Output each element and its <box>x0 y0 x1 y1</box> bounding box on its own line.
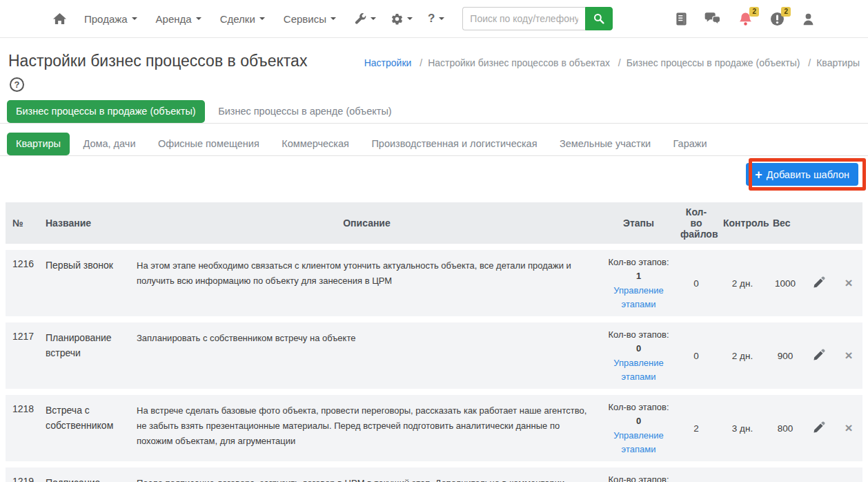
toolbar: + Добавить шаблон <box>0 156 868 196</box>
row-files-count: 0 <box>675 467 718 482</box>
row-stages: Кол-во этапов: 0 Управление этапами <box>602 395 675 461</box>
chevron-down-icon <box>132 17 137 20</box>
nav-menu-item[interactable]: Аренда <box>156 13 201 25</box>
row-weight: 1000 <box>767 250 803 316</box>
col-control: Контроль <box>718 202 767 244</box>
stages-count-value: 0 <box>636 343 641 354</box>
secondary-tab[interactable]: Производственная и логистическая <box>362 133 546 155</box>
alerts-badge: 2 <box>781 7 791 17</box>
row-files-count: 0 <box>675 322 718 389</box>
table-row: 1217 Планирование встречи Запланировать … <box>6 322 862 389</box>
row-description: На встрече сделать базовые фото объекта,… <box>131 395 602 461</box>
secondary-tab[interactable]: Коммерческая <box>273 133 358 155</box>
row-number: 1219 <box>6 467 40 482</box>
notifications-badge: 2 <box>749 7 759 17</box>
breadcrumb-item: Настройки бизнес процессов в объектах <box>414 57 610 68</box>
primary-tab[interactable]: Бизнес процессы в продаже (объекты) <box>7 100 205 123</box>
row-stages: Кол-во этапов: 0 Управление этапами <box>602 467 675 482</box>
tools-menu[interactable] <box>355 13 376 25</box>
process-templates-table: № Название Описание Этапы Кол-во файлов … <box>6 196 862 482</box>
stages-count-value: 1 <box>636 271 641 281</box>
row-control: 2 дн. <box>718 250 767 316</box>
nav-menu-item[interactable]: Сделки <box>220 13 265 25</box>
breadcrumb-item: Бизнес процессы в продаже (объекты) <box>613 57 800 68</box>
table-row: 1218 Встреча с собственником На встрече … <box>6 395 862 461</box>
col-edit <box>803 202 835 244</box>
page-title: Настройки бизнес процессов в объектах <box>8 52 307 70</box>
col-delete <box>835 202 862 244</box>
col-stages: Этапы <box>602 202 675 244</box>
row-weight: 900 <box>767 322 803 389</box>
row-number: 1216 <box>6 250 40 316</box>
help-menu[interactable]: ? <box>428 12 444 26</box>
chevron-down-icon <box>259 17 265 20</box>
row-files-count: 0 <box>675 250 718 316</box>
secondary-tab[interactable]: Гаражи <box>664 133 716 155</box>
nav-menu-label: Сервисы <box>284 13 326 25</box>
col-description: Описание <box>131 202 602 244</box>
search-button[interactable] <box>585 7 613 30</box>
secondary-tab[interactable]: Дома, дачи <box>74 133 144 155</box>
row-name: Планирование встречи <box>40 322 131 389</box>
nav-menu-item[interactable]: Продажа <box>84 13 137 25</box>
manage-stages-link[interactable]: Управление этапами <box>606 284 671 311</box>
breadcrumb-item[interactable]: Настройки <box>364 57 412 68</box>
manage-stages-link[interactable]: Управление этапами <box>606 356 671 383</box>
chevron-down-icon <box>407 17 413 20</box>
row-description: Запланировать с собственником встречу на… <box>131 322 602 389</box>
table-header-row: № Название Описание Этапы Кол-во файлов … <box>6 202 862 244</box>
table-row: 1216 Первый звонок На этом этапе необход… <box>6 250 862 316</box>
edit-icon[interactable] <box>813 349 825 363</box>
secondary-tab[interactable]: Квартиры <box>7 133 70 155</box>
stages-count-label: Кол-во этапов: <box>608 402 669 412</box>
user-icon[interactable] <box>802 12 815 26</box>
row-control: 2 дн. <box>718 322 767 389</box>
row-weight: 800 <box>767 395 803 461</box>
journal-icon[interactable] <box>675 12 687 26</box>
table-row: 1219 Подписание эксклюзива После подписа… <box>6 467 862 482</box>
chevron-down-icon <box>371 17 376 20</box>
row-files-count: 2 <box>675 395 718 461</box>
col-name: Название <box>40 202 131 244</box>
home-icon[interactable] <box>53 13 66 25</box>
row-number: 1218 <box>6 395 40 461</box>
primary-tab[interactable]: Бизнес процессы в аренде (объекты) <box>209 100 400 123</box>
secondary-tabs: Квартиры Дома, дачи Офисные помещения Ко… <box>0 133 868 156</box>
help-icon[interactable]: ? <box>10 77 24 92</box>
chat-icon[interactable] <box>704 12 721 26</box>
primary-tabs: Бизнес процессы в продаже (объекты) Бизн… <box>0 100 868 124</box>
top-navbar: Продажа Аренда Сделки Сервисы <box>0 0 868 38</box>
question-icon: ? <box>428 12 435 26</box>
stages-count-label: Кол-во этапов: <box>608 329 669 340</box>
edit-icon[interactable] <box>813 421 825 436</box>
delete-icon[interactable]: × <box>845 421 852 435</box>
nav-menu-label: Аренда <box>156 13 192 25</box>
row-stages: Кол-во этапов: 0 Управление этапами <box>602 322 675 389</box>
search-box <box>462 7 613 30</box>
row-control: 3 дн. <box>718 467 767 482</box>
row-stages: Кол-во этапов: 1 Управление этапами <box>602 250 675 316</box>
breadcrumb-item: Квартиры <box>802 57 860 68</box>
add-template-button[interactable]: + Добавить шаблон <box>746 163 858 186</box>
chevron-down-icon <box>439 17 444 20</box>
chevron-down-icon <box>196 17 201 20</box>
manage-stages-link[interactable]: Управление этапами <box>606 429 671 456</box>
edit-icon[interactable] <box>813 276 825 291</box>
row-control: 3 дн. <box>718 395 767 461</box>
row-weight: 700 <box>767 467 803 482</box>
delete-icon[interactable]: × <box>845 348 852 363</box>
gear-icon <box>391 13 403 25</box>
notifications-bell-icon[interactable]: 2 <box>738 12 753 26</box>
col-weight: Вес <box>767 202 803 244</box>
secondary-tab[interactable]: Земельные участки <box>551 133 660 155</box>
row-name: Встреча с собственником <box>40 395 131 461</box>
row-name: Первый звонок <box>40 250 131 316</box>
search-input[interactable] <box>462 7 585 30</box>
alerts-icon[interactable]: 2 <box>770 12 785 26</box>
secondary-tab[interactable]: Офисные помещения <box>149 133 268 155</box>
stages-count-label: Кол-во этапов: <box>608 474 669 482</box>
settings-menu[interactable] <box>391 13 413 25</box>
nav-menu-item[interactable]: Сервисы <box>284 13 336 25</box>
delete-icon[interactable]: × <box>845 276 852 290</box>
chevron-down-icon <box>331 17 336 20</box>
